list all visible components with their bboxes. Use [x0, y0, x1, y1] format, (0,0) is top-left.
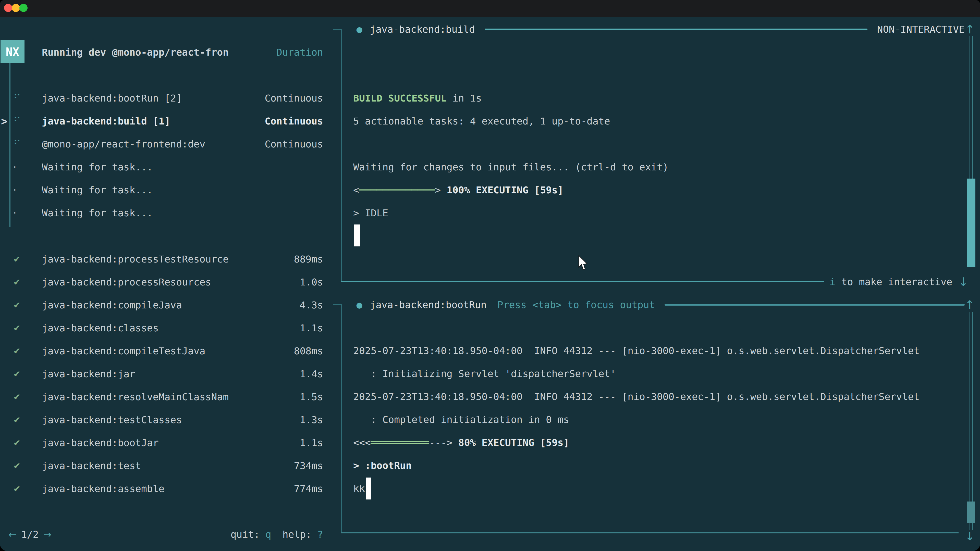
check-icon: ✔ — [13, 277, 21, 287]
task-row[interactable]: ·Waiting for task... — [0, 179, 323, 202]
task-label: @mono-app/react-frontend:dev — [42, 138, 205, 150]
task-row[interactable]: ·Waiting for task... — [0, 202, 323, 224]
bootrun-panel-left-border — [341, 304, 342, 534]
next-page-icon[interactable]: → — [43, 529, 51, 540]
bootrun-log-line: : Completed initialization in 0 ms — [353, 408, 569, 431]
task-row[interactable]: ✔java-backend:compileTestJava808ms — [0, 340, 323, 362]
task-duration: 734ms — [294, 460, 323, 472]
scroll-down-icon[interactable]: ↓ — [958, 275, 968, 289]
maximize-window-button[interactable] — [19, 4, 27, 12]
task-duration: 4.3s — [300, 300, 323, 311]
check-icon: ✔ — [13, 484, 21, 494]
page-indicator: 1/2 — [21, 529, 39, 540]
duration-column-header: Duration — [277, 47, 323, 58]
task-row[interactable]: ✔java-backend:assemble774ms — [0, 477, 323, 500]
progress-right-cap: > — [447, 437, 458, 448]
quit-key: q — [266, 529, 271, 540]
task-label: java-backend:bootRun [2] — [42, 93, 182, 104]
progress-right-cap: > — [435, 184, 447, 196]
progress-bar: ══════════ — [371, 437, 429, 448]
check-icon: ✔ — [13, 461, 21, 471]
sidebar-header: Running dev @mono-app/react-fron Duratio… — [42, 41, 323, 64]
scroll-down-icon[interactable]: ↓ — [965, 529, 975, 543]
bootrun-input-text[interactable]: kk — [353, 477, 365, 500]
close-window-button[interactable] — [4, 4, 12, 12]
minimize-window-button[interactable] — [12, 4, 20, 12]
check-icon: ✔ — [13, 323, 21, 333]
check-icon: ✔ — [13, 254, 21, 264]
bootrun-scrollbar-track[interactable] — [969, 312, 973, 530]
build-log-line: BUILD SUCCESSFUL in 1s — [353, 87, 482, 110]
build-tasks-line: 5 actionable tasks: 4 executed, 1 up-to-… — [353, 110, 610, 133]
prev-page-icon[interactable]: ← — [8, 529, 17, 540]
non-interactive-badge: NON-INTERACTIVE — [877, 24, 965, 35]
check-icon: ✔ — [13, 369, 21, 379]
scroll-up-icon[interactable]: ↑ — [965, 298, 975, 312]
bootrun-panel-title: java-backend:bootRun — [370, 299, 487, 310]
scroll-up-icon[interactable]: ↑ — [965, 22, 975, 36]
task-duration: 808ms — [294, 345, 323, 357]
bootrun-panel-bottom-border — [341, 532, 959, 534]
task-row[interactable]: ⠋java-backend:build [1]Continuous — [0, 110, 323, 133]
task-label: Waiting for task... — [42, 207, 153, 219]
build-panel-title: java-backend:build — [370, 24, 475, 35]
build-panel-header[interactable]: ● java-backend:build NON-INTERACTIVE — [356, 18, 965, 41]
task-duration: 1.1s — [300, 437, 323, 448]
progress-left-cap: <<< — [353, 437, 371, 448]
task-label: Waiting for task... — [42, 184, 153, 196]
focus-output-hint: Press <tab> to focus output — [497, 299, 655, 310]
task-row[interactable]: ✔java-backend:processResources1.0s — [0, 271, 323, 294]
task-duration: 1.4s — [300, 368, 323, 380]
sidebar-footer: ← 1/2 → quit: q help: ? — [8, 523, 323, 546]
task-label: java-backend:processTestResource — [42, 254, 229, 265]
help-key: ? — [317, 529, 323, 540]
check-icon: ✔ — [13, 346, 21, 356]
spinner-icon: ⠋ — [13, 138, 21, 150]
task-row[interactable]: ✔java-backend:jar1.4s — [0, 362, 323, 386]
task-row[interactable]: ✔java-backend:compileJava4.3s — [0, 294, 323, 317]
bootrun-panel-header[interactable]: ● java-backend:bootRun Press <tab> to fo… — [356, 293, 965, 316]
bootrun-log-line: 2025-07-23T13:40:18.950-04:00 INFO 44312… — [353, 385, 920, 408]
progress-dashes: --- — [429, 437, 447, 448]
task-row[interactable]: ✔java-backend:processTestResource889ms — [0, 248, 323, 271]
build-terminal-cursor — [354, 224, 360, 246]
task-label: java-backend:jar — [42, 368, 135, 380]
interactive-hint-text: to make interactive — [842, 276, 953, 287]
bootrun-panel-border-stub — [333, 304, 342, 305]
task-label: java-backend:build [1] — [42, 116, 170, 127]
task-duration: Continuous — [265, 138, 323, 150]
task-row[interactable]: ⠋java-backend:bootRun [2]Continuous — [0, 87, 323, 110]
nx-tui-window: NX Running dev @mono-app/react-fron Dura… — [0, 0, 980, 551]
build-scrollbar-thumb[interactable] — [967, 179, 975, 267]
spinner-icon: ⠋ — [13, 115, 21, 127]
task-label: java-backend:compileJava — [42, 300, 182, 311]
sidebar-title: Running dev @mono-app/react-fron — [42, 47, 229, 58]
task-duration: 1.3s — [300, 414, 323, 426]
task-duration: 1.1s — [300, 322, 323, 333]
mouse-cursor-icon — [577, 255, 589, 271]
running-dot-icon: ● — [356, 25, 363, 34]
pending-dot-icon: · — [13, 184, 16, 196]
check-icon: ✔ — [13, 392, 21, 402]
task-row[interactable]: ✔java-backend:test734ms — [0, 454, 323, 477]
progress-left-cap: < — [353, 184, 359, 196]
task-row[interactable]: ·Waiting for task... — [0, 156, 323, 179]
progress-label: 80% EXECUTING [59s] — [458, 437, 570, 448]
task-label: java-backend:compileTestJava — [42, 345, 205, 357]
interactive-hint-key: i — [829, 276, 835, 287]
task-row[interactable]: ✔java-backend:classes1.1s — [0, 317, 323, 340]
task-label: Waiting for task... — [42, 162, 153, 173]
build-waiting-line: Waiting for changes to input files... (c… — [353, 156, 668, 179]
task-label: java-backend:testClasses — [42, 414, 182, 426]
build-panel-header-line — [485, 29, 867, 30]
task-row[interactable]: ✔java-backend:resolveMainClassNam1.5s — [0, 386, 323, 408]
task-label: java-backend:test — [42, 460, 141, 472]
build-panel-footer-hint: i to make interactive ↓ — [511, 270, 968, 293]
task-duration: 774ms — [294, 483, 323, 494]
task-row[interactable]: ✔java-backend:testClasses1.3s — [0, 408, 323, 431]
task-row[interactable]: ✔java-backend:bootJar1.1s — [0, 431, 323, 454]
help-label: help: — [283, 529, 312, 540]
bootrun-scroll-down[interactable]: ↓ — [962, 525, 977, 548]
bootrun-scrollbar-thumb[interactable] — [967, 502, 975, 523]
task-row[interactable]: ⠋@mono-app/react-frontend:devContinuous — [0, 133, 323, 156]
